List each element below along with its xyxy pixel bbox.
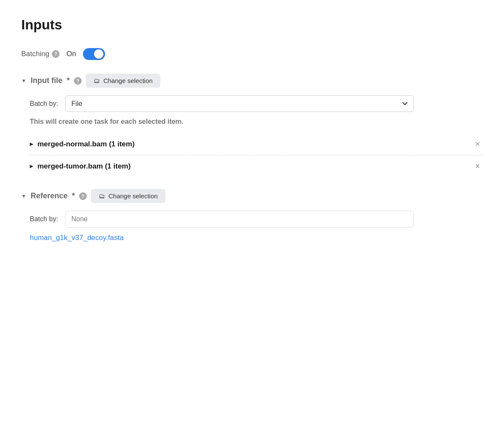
file-normal-name: merged-normal.bam (1 item)	[37, 140, 468, 149]
batching-row: Batching ? On	[21, 48, 483, 60]
batching-toggle[interactable]	[83, 48, 105, 60]
reference-chevron[interactable]: ▼	[21, 193, 26, 199]
folder-icon-reference: 🗂	[99, 192, 105, 200]
reference-file-link[interactable]: human_g1k_v37_decoy.fasta	[21, 234, 483, 242]
input-file-chevron[interactable]: ▼	[21, 78, 26, 84]
input-file-batch-by-label: Batch by:	[30, 100, 58, 108]
input-file-help-icon[interactable]: ?	[74, 77, 82, 85]
reference-section: ▼ Reference * ? 🗂 Change selection Batch…	[21, 189, 483, 242]
reference-label: Reference	[31, 191, 68, 200]
input-file-change-selection-label: Change selection	[103, 77, 153, 84]
file-normal-chevron[interactable]: ▶	[30, 141, 33, 147]
input-file-change-selection-button[interactable]: 🗂 Change selection	[86, 74, 160, 88]
file-item-normal: ▶ merged-normal.bam (1 item) ✕	[30, 133, 483, 155]
file-normal-remove[interactable]: ✕	[472, 139, 483, 149]
page-title: Inputs	[21, 17, 483, 33]
reference-header: ▼ Reference * ? 🗂 Change selection	[21, 189, 483, 203]
input-file-section: ▼ Input file * ? 🗂 Change selection Batc…	[21, 74, 483, 177]
reference-batch-by-row: Batch by:	[21, 211, 483, 228]
input-file-items: ▶ merged-normal.bam (1 item) ✕ ▶ merged-…	[21, 133, 483, 177]
reference-change-selection-label: Change selection	[108, 192, 158, 200]
input-file-batch-by-row: Batch by: File None	[21, 95, 483, 112]
folder-icon-input: 🗂	[94, 77, 100, 84]
reference-required: *	[72, 191, 75, 200]
input-file-required: *	[67, 76, 70, 85]
toggle-thumb	[94, 49, 103, 59]
input-file-label: Input file	[31, 76, 63, 85]
file-tumor-name: merged-tumor.bam (1 item)	[37, 162, 468, 171]
file-item-tumor: ▶ merged-tumor.bam (1 item) ✕	[30, 155, 483, 177]
batching-help-icon[interactable]: ?	[52, 50, 60, 58]
batching-text: Batching	[21, 50, 49, 58]
input-file-header: ▼ Input file * ? 🗂 Change selection	[21, 74, 483, 88]
file-tumor-chevron[interactable]: ▶	[30, 163, 33, 169]
batching-label: Batching ?	[21, 50, 60, 58]
reference-help-icon[interactable]: ?	[79, 192, 87, 200]
reference-batch-by-input[interactable]	[65, 211, 414, 228]
batching-status: On	[66, 50, 76, 58]
file-tumor-remove[interactable]: ✕	[472, 161, 483, 171]
reference-batch-by-label: Batch by:	[30, 215, 58, 223]
input-file-info-text: This will create one task for each selec…	[21, 118, 483, 126]
reference-change-selection-button[interactable]: 🗂 Change selection	[91, 189, 165, 203]
input-file-batch-by-select[interactable]: File None	[65, 95, 414, 112]
